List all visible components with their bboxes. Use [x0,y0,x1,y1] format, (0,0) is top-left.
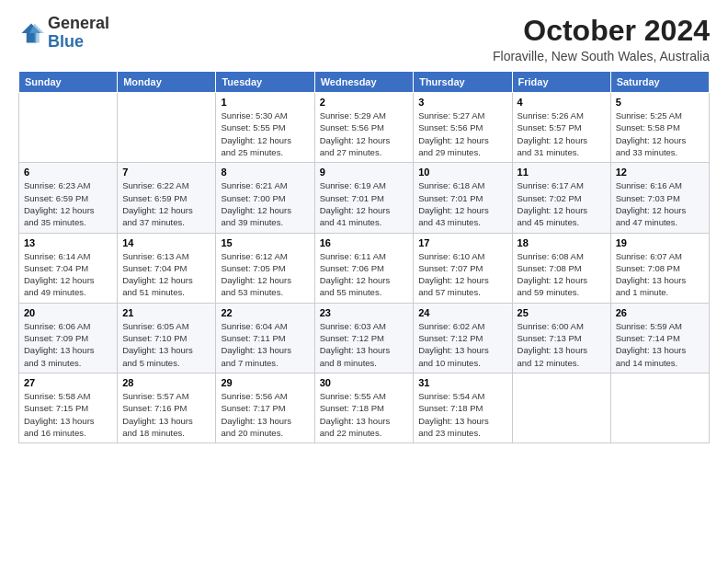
calendar-day: 31Sunrise: 5:54 AM Sunset: 7:18 PM Dayli… [414,373,512,442]
calendar-day: 21Sunrise: 6:05 AM Sunset: 7:10 PM Dayli… [118,303,216,373]
location: Floraville, New South Wales, Australia [493,49,710,63]
col-wednesday: Wednesday [314,72,414,93]
calendar-day: 30Sunrise: 5:55 AM Sunset: 7:18 PM Dayli… [314,373,414,442]
col-sunday: Sunday [19,72,118,93]
calendar-day: 12Sunrise: 6:16 AM Sunset: 7:03 PM Dayli… [610,163,709,233]
page: General Blue October 2024 Floraville, Ne… [0,0,728,563]
day-number: 8 [221,167,309,178]
calendar-day: 10Sunrise: 6:18 AM Sunset: 7:01 PM Dayli… [414,163,512,233]
day-info: Sunrise: 5:59 AM Sunset: 7:14 PM Dayligh… [616,320,704,369]
day-number: 7 [122,167,210,178]
day-number: 12 [616,167,704,178]
calendar-day: 19Sunrise: 6:07 AM Sunset: 7:08 PM Dayli… [610,233,709,303]
day-info: Sunrise: 5:26 AM Sunset: 5:57 PM Dayligh… [518,109,606,158]
calendar-day: 11Sunrise: 6:17 AM Sunset: 7:02 PM Dayli… [512,163,610,233]
calendar-day: 9Sunrise: 6:19 AM Sunset: 7:01 PM Daylig… [314,163,414,233]
day-number: 23 [320,307,409,318]
logo-blue-text: Blue [48,32,84,51]
day-info: Sunrise: 5:27 AM Sunset: 5:56 PM Dayligh… [418,109,506,158]
calendar-day: 8Sunrise: 6:21 AM Sunset: 7:00 PM Daylig… [216,163,314,233]
calendar-week-4: 27Sunrise: 5:58 AM Sunset: 7:15 PM Dayli… [19,373,710,442]
calendar-day: 15Sunrise: 6:12 AM Sunset: 7:05 PM Dayli… [216,233,314,303]
calendar-day [610,373,709,442]
day-info: Sunrise: 6:04 AM Sunset: 7:11 PM Dayligh… [221,320,309,369]
col-friday: Friday [512,72,610,93]
day-number: 22 [221,307,309,318]
day-number: 29 [221,377,309,388]
day-number: 18 [518,237,606,248]
day-number: 28 [122,377,210,388]
day-info: Sunrise: 5:55 AM Sunset: 7:18 PM Dayligh… [320,390,409,439]
calendar-day: 7Sunrise: 6:22 AM Sunset: 6:59 PM Daylig… [118,163,216,233]
day-info: Sunrise: 6:07 AM Sunset: 7:08 PM Dayligh… [616,250,704,299]
day-info: Sunrise: 5:58 AM Sunset: 7:15 PM Dayligh… [24,390,112,439]
title-block: October 2024 Floraville, New South Wales… [493,15,710,63]
day-number: 5 [616,97,704,108]
calendar-day: 17Sunrise: 6:10 AM Sunset: 7:07 PM Dayli… [414,233,512,303]
day-info: Sunrise: 6:03 AM Sunset: 7:12 PM Dayligh… [320,320,409,369]
day-info: Sunrise: 6:13 AM Sunset: 7:04 PM Dayligh… [122,250,210,299]
col-tuesday: Tuesday [216,72,314,93]
logo-icon [18,20,44,46]
day-number: 2 [320,97,409,108]
calendar-day: 27Sunrise: 5:58 AM Sunset: 7:15 PM Dayli… [19,373,118,442]
col-monday: Monday [118,72,216,93]
day-info: Sunrise: 6:00 AM Sunset: 7:13 PM Dayligh… [518,320,606,369]
calendar-day: 2Sunrise: 5:29 AM Sunset: 5:56 PM Daylig… [314,93,414,163]
calendar-day: 18Sunrise: 6:08 AM Sunset: 7:08 PM Dayli… [512,233,610,303]
calendar-day: 14Sunrise: 6:13 AM Sunset: 7:04 PM Dayli… [118,233,216,303]
day-info: Sunrise: 5:54 AM Sunset: 7:18 PM Dayligh… [418,390,506,439]
day-info: Sunrise: 6:11 AM Sunset: 7:06 PM Dayligh… [320,250,409,299]
calendar-week-2: 13Sunrise: 6:14 AM Sunset: 7:04 PM Dayli… [19,233,710,303]
header: General Blue October 2024 Floraville, Ne… [18,15,710,63]
calendar-day: 26Sunrise: 5:59 AM Sunset: 7:14 PM Dayli… [610,303,709,373]
day-info: Sunrise: 6:05 AM Sunset: 7:10 PM Dayligh… [122,320,210,369]
calendar-day: 5Sunrise: 5:25 AM Sunset: 5:58 PM Daylig… [610,93,709,163]
day-info: Sunrise: 5:56 AM Sunset: 7:17 PM Dayligh… [221,390,309,439]
day-number: 16 [320,237,409,248]
day-info: Sunrise: 6:17 AM Sunset: 7:02 PM Dayligh… [518,179,606,228]
day-number: 10 [418,167,506,178]
calendar-table: Sunday Monday Tuesday Wednesday Thursday… [18,71,710,443]
day-info: Sunrise: 6:21 AM Sunset: 7:00 PM Dayligh… [221,179,309,228]
day-info: Sunrise: 6:06 AM Sunset: 7:09 PM Dayligh… [24,320,112,369]
logo-general-text: General [48,14,109,32]
calendar-day: 13Sunrise: 6:14 AM Sunset: 7:04 PM Dayli… [19,233,118,303]
calendar-day [512,373,610,442]
calendar-day: 22Sunrise: 6:04 AM Sunset: 7:11 PM Dayli… [216,303,314,373]
day-info: Sunrise: 6:12 AM Sunset: 7:05 PM Dayligh… [221,250,309,299]
calendar-day: 24Sunrise: 6:02 AM Sunset: 7:12 PM Dayli… [414,303,512,373]
day-info: Sunrise: 6:14 AM Sunset: 7:04 PM Dayligh… [24,250,112,299]
calendar-day: 1Sunrise: 5:30 AM Sunset: 5:55 PM Daylig… [216,93,314,163]
day-info: Sunrise: 6:18 AM Sunset: 7:01 PM Dayligh… [418,179,506,228]
day-number: 9 [320,167,409,178]
month-title: October 2024 [493,15,710,47]
day-number: 26 [616,307,704,318]
calendar-day: 6Sunrise: 6:23 AM Sunset: 6:59 PM Daylig… [19,163,118,233]
col-saturday: Saturday [610,72,709,93]
logo-text: General Blue [48,15,109,52]
day-number: 13 [24,237,112,248]
day-number: 17 [418,237,506,248]
day-number: 4 [518,97,606,108]
calendar-day [19,93,118,163]
day-info: Sunrise: 5:29 AM Sunset: 5:56 PM Dayligh… [320,109,409,158]
day-number: 3 [418,97,506,108]
calendar-day: 3Sunrise: 5:27 AM Sunset: 5:56 PM Daylig… [414,93,512,163]
day-number: 31 [418,377,506,388]
calendar-day: 4Sunrise: 5:26 AM Sunset: 5:57 PM Daylig… [512,93,610,163]
day-number: 27 [24,377,112,388]
calendar-day [118,93,216,163]
calendar-day: 23Sunrise: 6:03 AM Sunset: 7:12 PM Dayli… [314,303,414,373]
day-number: 30 [320,377,409,388]
day-number: 20 [24,307,112,318]
calendar-week-3: 20Sunrise: 6:06 AM Sunset: 7:09 PM Dayli… [19,303,710,373]
day-info: Sunrise: 6:08 AM Sunset: 7:08 PM Dayligh… [518,250,606,299]
day-info: Sunrise: 6:19 AM Sunset: 7:01 PM Dayligh… [320,179,409,228]
day-number: 21 [122,307,210,318]
day-number: 24 [418,307,506,318]
col-thursday: Thursday [414,72,512,93]
day-info: Sunrise: 5:25 AM Sunset: 5:58 PM Dayligh… [616,109,704,158]
day-info: Sunrise: 6:02 AM Sunset: 7:12 PM Dayligh… [418,320,506,369]
calendar-week-0: 1Sunrise: 5:30 AM Sunset: 5:55 PM Daylig… [19,93,710,163]
